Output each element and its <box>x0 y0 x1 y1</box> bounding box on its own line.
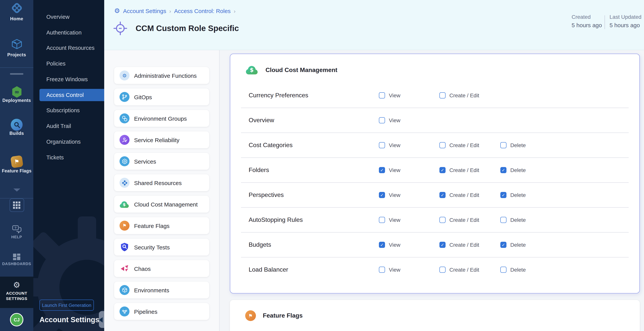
checkbox-label: Create / Edit <box>450 142 479 148</box>
rail-item-help[interactable]: ? HELP <box>0 225 33 239</box>
sidebar-item-account-resources[interactable]: Account Resources <box>33 42 104 54</box>
perm-create-edit: Create / Edit <box>440 88 479 103</box>
menu-item-services[interactable]: Services <box>114 153 209 170</box>
rail-label-dashboards: DASHBOARDS <box>0 262 33 266</box>
checkbox-label: Delete <box>510 217 526 223</box>
menu-item-feature-flags[interactable]: ⚑ Feature Flags <box>114 217 209 234</box>
menu-item-label: Environments <box>134 287 169 293</box>
cube-outline-icon <box>10 38 23 50</box>
view-checkbox[interactable] <box>379 192 385 198</box>
view-checkbox[interactable] <box>379 267 385 273</box>
view-checkbox[interactable] <box>379 217 385 223</box>
flag-icon: ⚑ <box>245 310 256 321</box>
rail-item-deployments[interactable]: ∞ Deployments <box>0 86 33 103</box>
create-edit-checkbox[interactable] <box>440 242 446 248</box>
rail-item-feature-flags[interactable]: ⚑ Feature Flags <box>0 156 33 173</box>
delete-checkbox[interactable] <box>500 192 506 198</box>
row-divider <box>241 132 629 133</box>
checkbox-label: View <box>389 92 400 98</box>
rail-label-feature-flags: Feature Flags <box>0 168 33 173</box>
menu-item-security-tests[interactable]: Security Tests <box>114 239 209 256</box>
view-checkbox[interactable] <box>379 142 385 148</box>
view-checkbox[interactable] <box>379 117 385 123</box>
rail-item-dashboards[interactable]: DASHBOARDS <box>0 254 33 266</box>
user-avatar[interactable]: CJ <box>0 313 33 326</box>
last-updated-label: Last Updated <box>610 14 642 20</box>
permission-row-perspectives: Perspectives View Create / Edit Delete <box>230 187 640 203</box>
sidebar-item-overview[interactable]: Overview <box>33 11 104 23</box>
view-checkbox[interactable] <box>379 242 385 248</box>
delete-checkbox[interactable] <box>500 267 506 273</box>
create-edit-checkbox[interactable] <box>440 92 446 98</box>
module-rail: Home Projects ∞ Deployments Builds <box>0 0 33 331</box>
rail-item-projects[interactable]: Projects <box>0 38 33 58</box>
panel-header: $ Cloud Cost Management <box>246 65 337 75</box>
git-branch-icon <box>120 92 130 102</box>
view-checkbox[interactable] <box>379 167 385 173</box>
create-edit-checkbox[interactable] <box>440 267 446 273</box>
collapse-left-icon[interactable] <box>99 317 103 322</box>
rail-item-home[interactable]: Home <box>0 2 33 22</box>
perm-create-edit: Create / Edit <box>440 162 479 178</box>
hexagons-icon <box>120 114 130 123</box>
checkbox-label: Create / Edit <box>450 167 479 173</box>
dashboards-icon <box>13 254 20 260</box>
permission-row-autostopping-rules: AutoStopping Rules View Create / Edit De… <box>230 212 640 228</box>
sidebar-item-tickets[interactable]: Tickets <box>33 151 104 164</box>
rail-item-builds[interactable]: Builds <box>0 119 33 136</box>
menu-item-pipelines[interactable]: Pipelines <box>114 303 209 320</box>
perm-view: View <box>379 88 400 103</box>
chaos-pinwheel-icon <box>120 264 130 274</box>
breadcrumb-account-settings[interactable]: Account Settings <box>123 8 166 14</box>
svg-text:$: $ <box>250 67 254 73</box>
menu-item-chaos[interactable]: Chaos <box>114 260 209 277</box>
row-divider <box>241 182 629 183</box>
delete-checkbox[interactable] <box>500 167 506 173</box>
sidebar-item-subscriptions[interactable]: Subscriptions <box>33 104 104 116</box>
create-edit-checkbox[interactable] <box>440 217 446 223</box>
delete-checkbox[interactable] <box>500 142 506 148</box>
menu-item-label: GitOps <box>134 94 152 100</box>
menu-item-gitops[interactable]: GitOps <box>114 88 209 105</box>
rail-item-account-settings-active[interactable]: ⚙ ACCOUNT SETTINGS <box>0 276 33 308</box>
sidebar-item-authentication[interactable]: Authentication <box>33 26 104 39</box>
avatar: CJ <box>10 313 23 326</box>
sidebar-item-organizations[interactable]: Organizations <box>33 136 104 148</box>
row-divider <box>241 257 629 258</box>
rail-divider <box>0 68 33 68</box>
breadcrumb-access-control-roles[interactable]: Access Control: Roles <box>174 8 231 14</box>
create-edit-checkbox[interactable] <box>440 167 446 173</box>
row-divider <box>241 158 629 158</box>
sidebar-item-policies[interactable]: Policies <box>33 58 104 70</box>
menu-item-environment-groups[interactable]: Environment Groups <box>114 110 209 127</box>
menu-item-label: Shared Resources <box>134 180 182 186</box>
menu-item-administrative-functions[interactable]: ⚙ Administrative Functions <box>114 67 209 84</box>
sidebar-item-audit-trail[interactable]: Audit Trail <box>33 120 104 132</box>
rail-modules-expander[interactable] <box>0 188 33 192</box>
main-content: ⚙ Account Settings › Access Control: Rol… <box>104 0 644 331</box>
launch-first-generation-button[interactable]: Launch First Generation <box>40 300 94 311</box>
checkbox-label: View <box>389 217 400 223</box>
sidebar-item-freeze-windows[interactable]: Freeze Windows <box>33 73 104 86</box>
deployments-icon: ∞ <box>10 86 23 98</box>
create-edit-checkbox[interactable] <box>440 192 446 198</box>
rail-label-account: ACCOUNT <box>0 290 33 296</box>
cloud-dollar-icon: $ <box>246 65 258 75</box>
module-picker-button[interactable] <box>0 198 33 212</box>
delete-checkbox[interactable] <box>500 242 506 248</box>
breadcrumb-separator: › <box>234 8 236 14</box>
panel-title: Feature Flags <box>263 312 303 319</box>
menu-item-cloud-cost-management[interactable]: $ Cloud Cost Management <box>114 196 209 212</box>
sidebar-item-access-control[interactable]: Access Control <box>40 89 104 101</box>
delete-checkbox[interactable] <box>500 217 506 223</box>
create-edit-checkbox[interactable] <box>440 142 446 148</box>
menu-item-shared-resources[interactable]: Shared Resources <box>114 174 209 191</box>
rail-label-help: HELP <box>0 235 33 239</box>
feature-flags-panel: ⚑ Feature Flags <box>230 300 640 331</box>
view-checkbox[interactable] <box>379 92 385 98</box>
menu-item-service-reliability[interactable]: Service Reliability <box>114 132 209 148</box>
role-target-icon <box>114 22 127 35</box>
permission-row-cost-categories: Cost Categories View Create / Edit Delet… <box>230 138 640 153</box>
permission-row-overview: Overview View <box>230 113 640 128</box>
menu-item-environments[interactable]: Environments <box>114 282 209 298</box>
